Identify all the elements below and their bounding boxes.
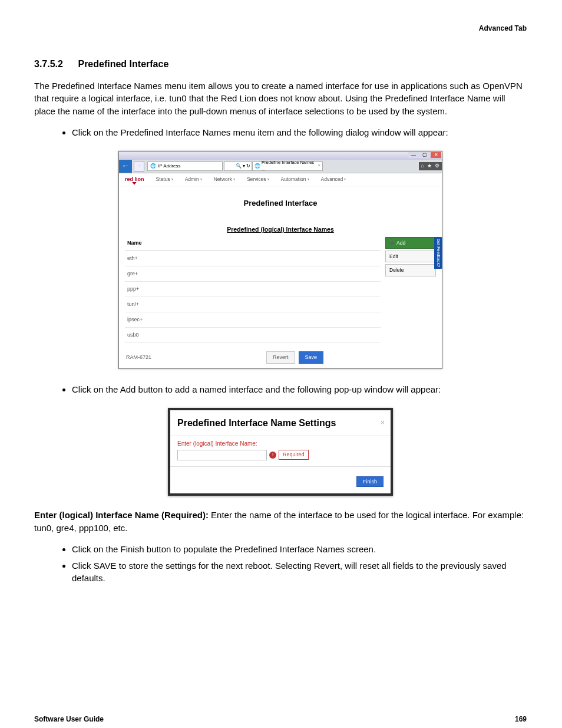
delete-button[interactable]: Delete xyxy=(385,264,436,276)
interface-name-input[interactable] xyxy=(177,450,267,460)
search-refresh-box[interactable]: 🔍 ▾ ↻ xyxy=(224,162,252,171)
edit-button[interactable]: Edit xyxy=(385,251,436,262)
menu-advanced[interactable]: Advanced xyxy=(321,176,346,183)
column-header-name: Name xyxy=(125,236,381,251)
menu-status[interactable]: Status xyxy=(156,176,173,183)
menu-network[interactable]: Network xyxy=(214,176,235,183)
interface-name-label: Enter (logical) Interface Name: xyxy=(177,440,384,449)
dropdown-icon: ▾ xyxy=(243,163,245,170)
brand-logo: red lion xyxy=(125,176,144,183)
minimize-icon[interactable]: — xyxy=(408,152,419,158)
save-button[interactable]: Save xyxy=(299,351,324,364)
footer-left: Software User Guide xyxy=(34,714,104,724)
refresh-icon: ↻ xyxy=(246,163,250,170)
app-page-title: Predefined Interface xyxy=(119,198,442,209)
app-footer: RAM-6721 Revert Save xyxy=(119,347,442,368)
table-row[interactable]: ipsec+ xyxy=(125,312,381,328)
window-controls: — ▢ ✕ xyxy=(119,151,442,160)
revert-button[interactable]: Revert xyxy=(266,351,295,364)
browser-toolbar-icons: ⌂ ★ ⚙ xyxy=(419,162,442,170)
dialog-title: Predefined Interface Name Settings xyxy=(177,416,381,430)
add-button[interactable]: Add xyxy=(385,237,436,249)
table-row[interactable]: eth+ xyxy=(125,251,381,266)
table-row[interactable]: ppp+ xyxy=(125,282,381,297)
page-header-section: Advanced Tab xyxy=(34,24,527,34)
browser-chrome: ← → IP Address 🔍 ▾ ↻ Predefine Interface… xyxy=(119,160,442,173)
instruction-item: Click on the Predefined Interface Names … xyxy=(72,126,527,139)
app-menu-bar: red lion Status Admin Network Services A… xyxy=(119,173,442,186)
page-footer: Software User Guide 169 xyxy=(34,714,527,724)
instruction-item: Click SAVE to store the settings for the… xyxy=(72,559,527,585)
address-text: IP Address xyxy=(158,163,181,170)
feedback-tab[interactable]: Got Feedback? xyxy=(434,237,442,269)
search-icon: 🔍 xyxy=(236,163,242,170)
instruction-list-3: Click on the Finish button to populate t… xyxy=(34,543,527,585)
section-heading: 3.7.5.2 Predefined Interface xyxy=(34,57,527,71)
back-button[interactable]: ← xyxy=(119,160,132,173)
forward-button[interactable]: → xyxy=(134,161,144,172)
required-badge: Required xyxy=(279,450,309,460)
screenshot-browser-window: — ▢ ✕ ← → IP Address 🔍 ▾ ↻ Predefine Int… xyxy=(118,151,442,369)
finish-button[interactable]: Finish xyxy=(356,476,384,487)
table-row[interactable]: gre+ xyxy=(125,266,381,282)
section-number: 3.7.5.2 xyxy=(34,57,75,71)
gear-icon[interactable]: ⚙ xyxy=(435,162,439,170)
tab-title: Predefine Interface Names ... xyxy=(262,160,317,173)
menu-automation[interactable]: Automation xyxy=(281,176,309,183)
address-bar[interactable]: IP Address xyxy=(147,162,223,171)
dialog-header: Predefined Interface Name Settings × xyxy=(170,410,391,432)
app-body: Name eth+ gre+ ppp+ tun/+ ipsec+ usb0 Ad… xyxy=(119,236,442,347)
dialog-body: Enter (logical) Interface Name: ! Requir… xyxy=(170,436,391,466)
dialog-close-icon[interactable]: × xyxy=(381,418,385,428)
tab-close-icon[interactable]: × xyxy=(318,163,320,169)
dialog-footer: Finish xyxy=(170,466,391,494)
field-desc-bold: Enter (logical) Interface Name (Required… xyxy=(34,510,211,520)
home-icon[interactable]: ⌂ xyxy=(421,162,424,170)
menu-services[interactable]: Services xyxy=(247,176,269,183)
footer-page-number: 169 xyxy=(515,714,527,724)
tab-favicon-icon xyxy=(254,163,260,170)
instruction-item: Click on the Add button to add a named i… xyxy=(72,383,527,396)
instruction-item: Click on the Finish button to populate t… xyxy=(72,543,527,556)
table-subtitle: Predefined (logical) Interface Names xyxy=(119,225,442,234)
maximize-icon[interactable]: ▢ xyxy=(419,152,430,158)
table-row[interactable]: tun/+ xyxy=(125,297,381,312)
close-icon[interactable]: ✕ xyxy=(431,152,441,158)
section-title: Predefined Interface xyxy=(78,59,168,69)
interface-table: Name eth+ gre+ ppp+ tun/+ ipsec+ usb0 xyxy=(125,236,381,343)
table-row[interactable]: usb0 xyxy=(125,328,381,343)
instruction-list-2: Click on the Add button to add a named i… xyxy=(34,383,527,396)
input-row: ! Required xyxy=(177,450,384,460)
globe-icon xyxy=(150,163,156,170)
favorite-icon[interactable]: ★ xyxy=(427,162,432,170)
field-description: Enter (logical) Interface Name (Required… xyxy=(34,509,527,535)
warning-icon: ! xyxy=(269,452,276,459)
instruction-list-1: Click on the Predefined Interface Names … xyxy=(34,126,527,139)
device-model: RAM-6721 xyxy=(126,354,151,361)
menu-admin[interactable]: Admin xyxy=(185,176,202,183)
settings-dialog: Predefined Interface Name Settings × Ent… xyxy=(168,408,393,496)
side-button-panel: Add Edit Delete xyxy=(381,236,436,343)
browser-tab[interactable]: Predefine Interface Names ... × xyxy=(252,162,323,171)
intro-paragraph: The Predefined Interface Names menu item… xyxy=(34,80,527,118)
